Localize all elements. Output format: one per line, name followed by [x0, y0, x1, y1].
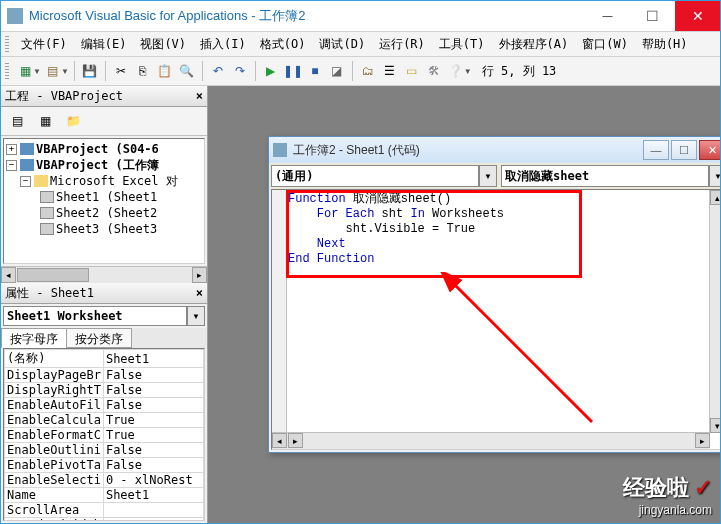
view-object-icon[interactable]: ▦ [33, 110, 57, 132]
property-row[interactable]: ScrollArea [5, 503, 204, 518]
menu-format[interactable]: 格式(O) [254, 34, 312, 55]
minimize-button[interactable]: ─ [585, 1, 630, 31]
tree-node[interactable]: −Microsoft Excel 对 [6, 173, 202, 189]
close-icon[interactable]: × [196, 286, 203, 300]
menu-run[interactable]: 运行(R) [373, 34, 431, 55]
dropdown-icon[interactable]: ▼ [187, 306, 205, 326]
property-row[interactable]: EnableCalculaTrue [5, 413, 204, 428]
property-name: DisplayRightT [5, 383, 104, 398]
project-tree[interactable]: +VBAProject (S04-6 −VBAProject (工作簿 −Mic… [3, 138, 205, 264]
property-row[interactable]: EnablePivotTaFalse [5, 458, 204, 473]
dropdown-icon[interactable]: ▼ [33, 67, 41, 76]
editor-hscroll[interactable]: ◂▸▸ [272, 432, 710, 449]
reset-icon[interactable]: ■ [305, 61, 325, 81]
object-selector-input[interactable] [3, 306, 187, 326]
maximize-button[interactable]: ☐ [630, 1, 675, 31]
object-browser-icon[interactable]: ▭ [402, 61, 422, 81]
tree-node[interactable]: −VBAProject (工作簿 [6, 157, 202, 173]
cut-icon[interactable]: ✂ [111, 61, 131, 81]
menu-window[interactable]: 窗口(W) [576, 34, 634, 55]
menu-file[interactable]: 文件(F) [15, 34, 73, 55]
property-row[interactable]: NameSheet1 [5, 488, 204, 503]
property-row[interactable]: (名称)Sheet1 [5, 350, 204, 368]
code-icon [273, 143, 287, 157]
tree-hscroll[interactable]: ◂▸ [1, 266, 207, 283]
editor-vscroll[interactable]: ▴▾ [709, 190, 720, 433]
dropdown-icon[interactable]: ▼ [61, 67, 69, 76]
object-selector[interactable]: ▼ [3, 306, 205, 326]
menu-debug[interactable]: 调试(D) [313, 34, 371, 55]
redo-icon[interactable]: ↷ [230, 61, 250, 81]
property-value[interactable]: False [103, 383, 203, 398]
close-button[interactable]: ✕ [699, 140, 720, 160]
menu-tools[interactable]: 工具(T) [433, 34, 491, 55]
procedure-combo[interactable]: ▼ [501, 165, 720, 187]
dropdown-icon[interactable]: ▼ [709, 165, 720, 187]
menu-grip[interactable] [5, 36, 9, 52]
menu-addins[interactable]: 外接程序(A) [493, 34, 575, 55]
property-value[interactable]: False [103, 458, 203, 473]
break-icon[interactable]: ❚❚ [283, 61, 303, 81]
excel-icon[interactable]: ▦ [15, 61, 35, 81]
menu-edit[interactable]: 编辑(E) [75, 34, 133, 55]
code-window-titlebar[interactable]: 工作簿2 - Sheet1 (代码) — ☐ ✕ [269, 137, 720, 163]
view-code-icon[interactable]: ▤ [5, 110, 29, 132]
save-icon[interactable]: 💾 [80, 61, 100, 81]
property-value[interactable]: False [103, 368, 203, 383]
tree-node[interactable]: Sheet1 (Sheet1 [6, 189, 202, 205]
toolbox-icon[interactable]: 🛠 [424, 61, 444, 81]
code-window[interactable]: 工作簿2 - Sheet1 (代码) — ☐ ✕ ▼ ▼ Function 取消… [268, 136, 720, 453]
tab-categorized[interactable]: 按分类序 [66, 328, 132, 348]
menu-insert[interactable]: 插入(I) [194, 34, 252, 55]
property-row[interactable]: EnableSelecti0 - xlNoRest [5, 473, 204, 488]
property-row[interactable]: DisplayRightTFalse [5, 383, 204, 398]
properties-icon[interactable]: ☰ [380, 61, 400, 81]
dropdown-icon[interactable]: ▼ [464, 67, 472, 76]
close-button[interactable]: ✕ [675, 1, 720, 31]
dropdown-icon[interactable]: ▼ [479, 165, 497, 187]
insert-module-icon[interactable]: ▤ [43, 61, 63, 81]
object-combo-input[interactable] [271, 165, 479, 187]
property-name: DisplayPageBr [5, 368, 104, 383]
tree-node[interactable]: +VBAProject (S04-6 [6, 141, 202, 157]
tree-node[interactable]: Sheet3 (Sheet3 [6, 221, 202, 237]
property-value[interactable]: Sheet1 [103, 488, 203, 503]
tree-node[interactable]: Sheet2 (Sheet2 [6, 205, 202, 221]
property-value[interactable]: 8.38 [103, 518, 203, 522]
property-row[interactable]: EnableFormatCTrue [5, 428, 204, 443]
property-value[interactable] [103, 503, 203, 518]
properties-pane-title: 属性 - Sheet1 × [1, 283, 207, 304]
property-value[interactable]: Sheet1 [103, 350, 203, 368]
titlebar[interactable]: Microsoft Visual Basic for Applications … [1, 1, 720, 32]
property-row[interactable]: EnableAutoFilFalse [5, 398, 204, 413]
close-icon[interactable]: × [196, 89, 203, 103]
minimize-button[interactable]: — [643, 140, 669, 160]
code-editor[interactable]: Function 取消隐藏sheet() For Each sht In Wor… [271, 189, 720, 450]
design-mode-icon[interactable]: ◪ [327, 61, 347, 81]
paste-icon[interactable]: 📋 [155, 61, 175, 81]
undo-icon[interactable]: ↶ [208, 61, 228, 81]
properties-grid[interactable]: (名称)Sheet1DisplayPageBrFalseDisplayRight… [3, 348, 205, 521]
procedure-combo-input[interactable] [501, 165, 709, 187]
project-explorer-icon[interactable]: 🗂 [358, 61, 378, 81]
property-value[interactable]: False [103, 443, 203, 458]
tab-alphabetic[interactable]: 按字母序 [1, 328, 67, 348]
toolbar-grip[interactable] [5, 63, 9, 79]
property-value[interactable]: 0 - xlNoRest [103, 473, 203, 488]
property-row[interactable]: StandardWidth8.38 [5, 518, 204, 522]
property-row[interactable]: EnableOutliniFalse [5, 443, 204, 458]
object-combo[interactable]: ▼ [271, 165, 497, 187]
run-icon[interactable]: ▶ [261, 61, 281, 81]
property-row[interactable]: DisplayPageBrFalse [5, 368, 204, 383]
property-value[interactable]: False [103, 398, 203, 413]
copy-icon[interactable]: ⎘ [133, 61, 153, 81]
help-icon[interactable]: ❔ [446, 61, 466, 81]
menu-view[interactable]: 视图(V) [134, 34, 192, 55]
property-value[interactable]: True [103, 428, 203, 443]
menu-help[interactable]: 帮助(H) [636, 34, 694, 55]
find-icon[interactable]: 🔍 [177, 61, 197, 81]
property-value[interactable]: True [103, 413, 203, 428]
code-text[interactable]: Function 取消隐藏sheet() For Each sht In Wor… [288, 192, 504, 267]
folder-icon[interactable]: 📁 [61, 110, 85, 132]
maximize-button[interactable]: ☐ [671, 140, 697, 160]
